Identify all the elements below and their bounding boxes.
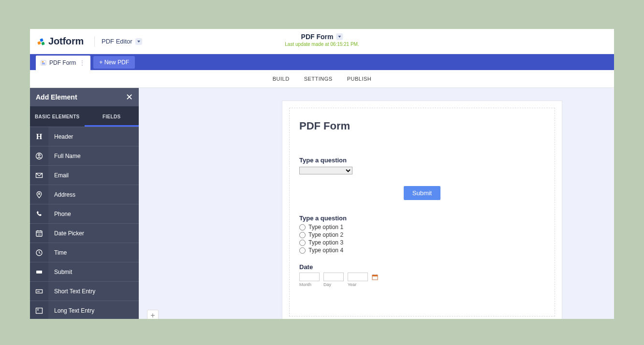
header-icon: H bbox=[30, 127, 48, 146]
radio-option-2[interactable]: Type option 2 bbox=[299, 231, 545, 238]
logo-text: Jotform bbox=[48, 36, 84, 47]
new-pdf-button[interactable]: + New PDF bbox=[93, 56, 135, 69]
submit-wrap: Submit bbox=[299, 186, 545, 200]
element-phone[interactable]: Phone bbox=[30, 204, 139, 223]
document-tab-bar: PDF Form ⋮ + New PDF bbox=[30, 54, 614, 70]
long-text-icon bbox=[30, 301, 48, 319]
close-icon[interactable]: ✕ bbox=[126, 92, 133, 102]
sidebar-title: Add Element bbox=[36, 93, 77, 101]
sidebar-header: Add Element ✕ bbox=[30, 88, 139, 106]
svg-text:10: 10 bbox=[38, 233, 41, 236]
envelope-icon bbox=[30, 166, 48, 185]
canvas[interactable]: + PDF Form Type a question Submit Type a… bbox=[139, 88, 614, 319]
element-short-text[interactable]: Short Text Entry bbox=[30, 281, 139, 301]
date-year: Year bbox=[348, 273, 368, 287]
last-update-text: Last update made at 06:15:21 PM. bbox=[285, 42, 359, 47]
clock-icon bbox=[30, 243, 48, 262]
document-title-area: PDF Form Last update made at 06:15:21 PM… bbox=[285, 33, 359, 47]
element-submit[interactable]: Submit bbox=[30, 262, 139, 281]
submit-icon bbox=[30, 262, 48, 281]
date-question[interactable]: Date Month Day Year bbox=[299, 263, 545, 287]
tab-basic-elements[interactable]: BASIC ELEMENTS bbox=[30, 106, 85, 127]
radio-option-3[interactable]: Type option 3 bbox=[299, 239, 545, 246]
radio-question[interactable]: Type a question Type option 1 Type optio… bbox=[299, 215, 545, 254]
calendar-icon: 10 bbox=[30, 224, 48, 243]
phone-icon bbox=[30, 204, 48, 223]
pin-icon bbox=[30, 185, 48, 204]
question-label: Date bbox=[299, 263, 545, 271]
subnav-publish[interactable]: PUBLISH bbox=[347, 76, 372, 82]
question-label: Type a question bbox=[299, 157, 545, 164]
element-time[interactable]: Time bbox=[30, 243, 139, 262]
sidebar-tabs: BASIC ELEMENTS FIELDS bbox=[30, 106, 139, 127]
editor-label-text: PDF Editor bbox=[102, 38, 132, 45]
svg-rect-0 bbox=[37, 41, 41, 45]
svg-rect-20 bbox=[36, 308, 43, 313]
divider bbox=[94, 36, 95, 47]
calendar-picker-icon[interactable] bbox=[372, 273, 378, 280]
date-day: Day bbox=[323, 273, 344, 287]
pdf-page[interactable]: PDF Form Type a question Submit Type a q… bbox=[282, 101, 562, 319]
logo[interactable]: Jotform bbox=[37, 36, 84, 47]
svg-rect-1 bbox=[40, 38, 44, 42]
add-element-panel: Add Element ✕ BASIC ELEMENTS FIELDS H He… bbox=[30, 88, 139, 319]
element-list: H Header Full Name Email Address bbox=[30, 127, 139, 319]
element-full-name[interactable]: Full Name bbox=[30, 146, 139, 165]
tab-label: PDF Form bbox=[49, 59, 76, 66]
day-input[interactable] bbox=[323, 273, 344, 281]
date-row: Month Day Year bbox=[299, 273, 545, 287]
tab-fields[interactable]: FIELDS bbox=[85, 106, 139, 127]
svg-point-8 bbox=[38, 154, 40, 156]
subnav-settings[interactable]: SETTINGS bbox=[304, 76, 333, 82]
element-date-picker[interactable]: 10 Date Picker bbox=[30, 223, 139, 243]
svg-rect-24 bbox=[372, 275, 378, 276]
tab-pdf-form[interactable]: PDF Form ⋮ bbox=[36, 56, 90, 70]
svg-rect-6 bbox=[42, 64, 45, 64]
element-header[interactable]: H Header bbox=[30, 127, 139, 146]
page-inner: PDF Form Type a question Submit Type a q… bbox=[289, 108, 555, 316]
tab-kebab-icon[interactable]: ⋮ bbox=[79, 59, 86, 66]
svg-rect-5 bbox=[42, 63, 45, 63]
month-input[interactable] bbox=[299, 273, 320, 281]
radio-option-1[interactable]: Type option 1 bbox=[299, 224, 545, 230]
add-button[interactable]: + bbox=[147, 310, 159, 319]
subnav-build[interactable]: BUILD bbox=[273, 76, 290, 82]
date-month: Month bbox=[299, 273, 320, 287]
sub-nav: BUILD SETTINGS PUBLISH bbox=[30, 70, 614, 88]
radio-option-4[interactable]: Type option 4 bbox=[299, 247, 545, 254]
svg-rect-4 bbox=[42, 61, 44, 62]
element-long-text[interactable]: Long Text Entry bbox=[30, 301, 139, 319]
question-label: Type a question bbox=[299, 215, 545, 222]
short-text-icon bbox=[30, 282, 48, 301]
svg-rect-2 bbox=[41, 42, 45, 45]
user-icon bbox=[30, 146, 48, 165]
svg-point-10 bbox=[38, 193, 40, 194]
editor-selector[interactable]: PDF Editor bbox=[102, 38, 142, 45]
app-frame: Jotform PDF Editor PDF Form Last update … bbox=[30, 29, 614, 319]
top-header: Jotform PDF Editor PDF Form Last update … bbox=[30, 29, 614, 54]
logo-icon bbox=[37, 37, 45, 46]
svg-rect-17 bbox=[36, 271, 42, 273]
year-input[interactable] bbox=[348, 273, 368, 281]
element-email[interactable]: Email bbox=[30, 165, 139, 185]
chevron-down-icon bbox=[336, 33, 343, 40]
dropdown-question[interactable]: Type a question bbox=[299, 157, 545, 174]
document-title[interactable]: PDF Form bbox=[285, 33, 359, 41]
form-title[interactable]: PDF Form bbox=[299, 120, 545, 132]
chevron-down-icon bbox=[135, 38, 142, 45]
dropdown-field[interactable] bbox=[299, 167, 352, 174]
pdf-icon bbox=[41, 60, 46, 66]
element-address[interactable]: Address bbox=[30, 185, 139, 204]
submit-button[interactable]: Submit bbox=[404, 186, 440, 200]
